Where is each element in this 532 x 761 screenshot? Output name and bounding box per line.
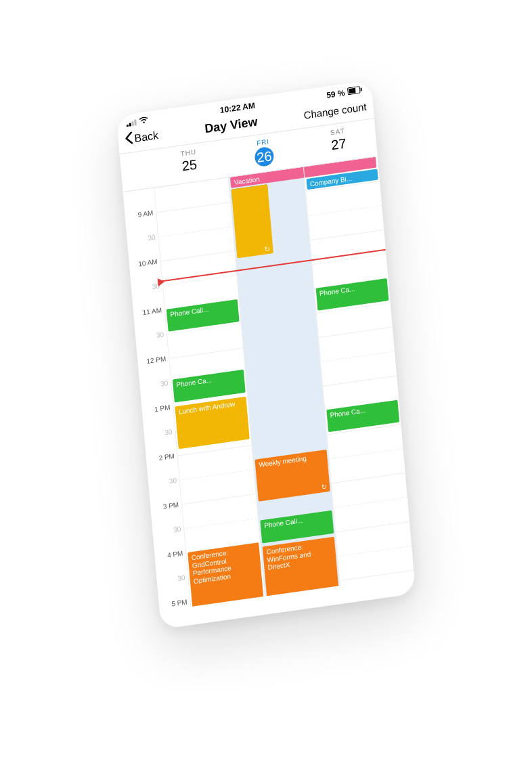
calendar-event[interactable]: Phone Ca... (315, 278, 389, 310)
wifi-icon (139, 116, 149, 127)
battery-icon (347, 85, 363, 97)
calendar-event[interactable]: Company Bi... (306, 169, 378, 190)
svg-rect-2 (349, 88, 356, 93)
chevron-left-icon (125, 131, 134, 148)
calendar-event[interactable]: Phone Call... (167, 299, 240, 331)
back-button[interactable]: Back (125, 128, 159, 148)
time-label: 10 AM (138, 257, 158, 267)
time-label: 30 (148, 234, 156, 242)
svg-point-0 (143, 121, 145, 123)
time-label: 4 PM (167, 549, 183, 559)
date-number: 26 (254, 146, 274, 168)
time-label: 3 PM (162, 501, 179, 510)
time-label: 11 AM (142, 306, 162, 316)
calendar-event[interactable]: Phone Ca... (326, 400, 399, 432)
day-columns: Phone Call...Phone Ca...Lunch with Andre… (154, 156, 414, 607)
time-label: 30 (177, 573, 185, 582)
calendar-event[interactable] (231, 184, 273, 259)
signal-icon (126, 119, 137, 127)
time-label: 30 (156, 330, 164, 339)
page-title: Day View (204, 114, 258, 136)
battery-text: 59 % (326, 88, 345, 100)
calendar-grid[interactable]: 9 AM3010 AM3011 AM3012 PM301 PM302 PM303… (123, 156, 414, 611)
change-count-button[interactable]: Change count (303, 100, 367, 121)
time-label: 1 PM (154, 404, 171, 413)
back-label: Back (134, 129, 159, 145)
time-label: 30 (160, 379, 169, 388)
time-label: 30 (173, 525, 181, 534)
svg-rect-3 (360, 87, 361, 91)
time-label: 30 (164, 428, 173, 437)
time-label: 30 (169, 477, 177, 485)
calendar-event[interactable]: Lunch with Andrew (175, 397, 250, 449)
time-label: 12 PM (146, 355, 167, 365)
gutter-spacer (120, 150, 154, 192)
time-label: 9 AM (137, 209, 154, 219)
phone-frame: 10:22 AM 59 % Back Day View Change count (116, 80, 416, 629)
time-label: 2 PM (158, 452, 175, 462)
calendar-event[interactable]: Conference: GridControl Performance Opti… (187, 542, 264, 611)
calendar-event[interactable]: Conference: WinForms and DirectX (263, 537, 339, 604)
time-label: 5 PM (171, 598, 187, 607)
